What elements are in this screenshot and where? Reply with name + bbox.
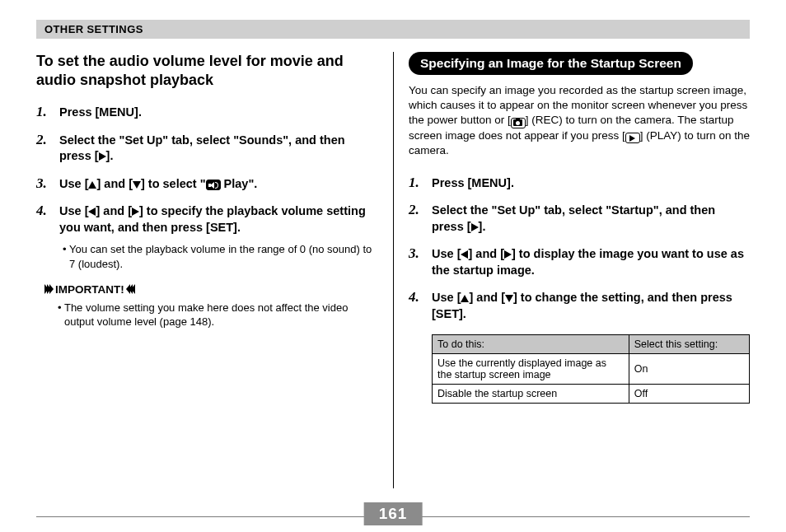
table-cell: Use the currently displayed image as the… xyxy=(433,353,629,384)
step-4: Use [] and [] to change the setting, and… xyxy=(409,290,750,322)
table-header-row: To do this: Select this setting: xyxy=(433,334,750,353)
table-cell: On xyxy=(629,353,749,384)
table-header: Select this setting: xyxy=(629,334,749,353)
left-column: To set the audio volume level for movie … xyxy=(36,52,393,488)
left-steps: Press [MENU]. Select the "Set Up" tab, s… xyxy=(36,105,378,271)
right-arrow-icon xyxy=(132,208,139,216)
step-text-end: ]. xyxy=(479,220,486,233)
table-header: To do this: xyxy=(433,334,629,353)
table-cell: Disable the startup screen xyxy=(433,384,629,403)
page-number: 161 xyxy=(364,502,423,525)
step-text: ] and [ xyxy=(468,247,504,260)
footer-rule: 161 xyxy=(36,516,750,517)
step-text: Use [ xyxy=(59,204,88,217)
step-note: You can set the playback volume in the r… xyxy=(59,242,378,271)
step-2: Select the "Set Up" tab, select "Sounds"… xyxy=(36,133,378,165)
step-text: Use [ xyxy=(59,177,88,190)
table-row: Use the currently displayed image as the… xyxy=(433,353,750,384)
step-text: ] and [ xyxy=(96,204,132,217)
speaker-icon xyxy=(206,180,221,190)
two-column-layout: To set the audio volume level for movie … xyxy=(36,52,750,488)
step-text-end: Play". xyxy=(221,177,258,190)
right-steps: Press [MENU]. Select the "Set Up" tab, s… xyxy=(409,175,750,323)
step-4: Use [] and [] to specify the playback vo… xyxy=(36,203,378,271)
table-row: Disable the startup screen Off xyxy=(433,384,750,403)
step-1: Press [MENU]. xyxy=(409,175,750,192)
step-3: Use [] and [] to select " Play". xyxy=(36,176,378,193)
right-pill-heading: Specifying an Image for the Startup Scre… xyxy=(409,52,693,75)
step-text: ] to select " xyxy=(141,177,206,190)
up-arrow-icon xyxy=(461,295,469,302)
table-cell: Off xyxy=(629,384,749,403)
up-arrow-icon xyxy=(88,181,96,189)
right-arrow-icon xyxy=(471,223,479,231)
step-3: Use [] and [] to display the image you w… xyxy=(409,246,750,278)
camera-icon xyxy=(511,118,526,128)
settings-table: To do this: Select this setting: Use the… xyxy=(432,334,750,404)
step-text: Use [ xyxy=(432,247,461,260)
right-column: Specifying an Image for the Startup Scre… xyxy=(393,52,750,488)
manual-page: OTHER SETTINGS To set the audio volume l… xyxy=(0,0,786,532)
step-text: ] and [ xyxy=(469,291,505,304)
deco-left-icon xyxy=(128,284,135,294)
important-heading: IMPORTANT! xyxy=(44,283,378,296)
deco-right-icon xyxy=(44,284,52,294)
left-title: To set the audio volume level for movie … xyxy=(36,52,378,90)
step-2: Select the "Set Up" tab, select "Startup… xyxy=(409,203,750,235)
step-text: Press [MENU]. xyxy=(59,105,142,119)
important-text: The volume setting you make here does no… xyxy=(36,301,378,329)
down-arrow-icon xyxy=(133,181,141,189)
right-intro: You can specify an image you recorded as… xyxy=(409,83,750,159)
right-arrow-icon xyxy=(504,250,512,259)
step-text: ] and [ xyxy=(96,177,133,190)
right-arrow-icon xyxy=(99,152,106,161)
step-text-end: ]. xyxy=(106,149,114,162)
page-footer: 161 xyxy=(36,516,750,517)
step-text: Press [MENU]. xyxy=(432,176,514,189)
step-1: Press [MENU]. xyxy=(36,105,378,121)
section-header: OTHER SETTINGS xyxy=(36,20,750,39)
down-arrow-icon xyxy=(505,295,513,302)
step-text: Use [ xyxy=(432,291,461,304)
play-icon xyxy=(625,133,640,143)
important-label: IMPORTANT! xyxy=(55,283,124,296)
